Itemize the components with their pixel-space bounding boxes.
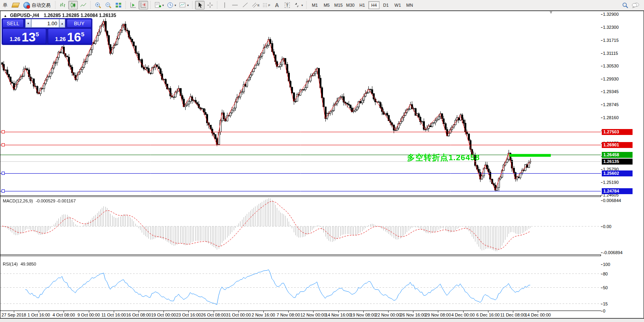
toolbar-grip xyxy=(54,1,57,9)
channel-icon xyxy=(252,2,257,8)
text-icon: A xyxy=(275,2,279,8)
toolbar-grip xyxy=(191,1,194,9)
line-chart-button[interactable] xyxy=(79,1,88,9)
price-line-label: 1.26901 xyxy=(602,142,633,148)
chat-button[interactable] xyxy=(631,1,641,9)
macd-name: MACD(12,26,9) xyxy=(3,198,33,203)
gold-bar-icon xyxy=(11,3,20,7)
text-button[interactable]: A xyxy=(272,1,282,9)
macd-panel[interactable]: MACD(12,26,9) -0.000529 -0.001167 xyxy=(0,197,601,255)
timeframe-button-d1[interactable]: D1 xyxy=(380,1,391,9)
chart-shift-icon xyxy=(140,2,146,8)
axis-tick-mark xyxy=(601,253,603,253)
toolbar-grip xyxy=(124,1,127,9)
price-chart-panel[interactable]: ▲ GBPUSD-,H4 1.26285 1.26285 1.26084 1.2… xyxy=(0,11,601,195)
bar-chart-button[interactable] xyxy=(58,1,68,9)
axis-tick-mark xyxy=(601,227,603,227)
timeframe-group: M1M5M15M30H1H4D1W1MN xyxy=(309,1,415,9)
arrows-button[interactable]: ▾ xyxy=(293,1,304,9)
volume-input[interactable] xyxy=(31,19,59,28)
chart-shift-button[interactable] xyxy=(139,1,148,9)
trendline-button[interactable] xyxy=(240,1,250,9)
time-tick-label: 26 Nov 16:00 xyxy=(400,313,426,317)
indicators-button[interactable]: ▾ xyxy=(153,1,165,9)
equidistant-channel-button[interactable]: E xyxy=(251,1,261,9)
axis-tick-mark xyxy=(601,14,603,15)
rsi-name: RSI(14) xyxy=(3,262,18,266)
time-tick-label: 11 Dec 08:00 xyxy=(500,313,526,317)
periods-button[interactable]: ▾ xyxy=(166,1,177,9)
chart-shift-marker-icon[interactable]: ▼ xyxy=(549,10,553,15)
price-line-label: 1.26458 xyxy=(602,152,633,158)
zoom-in-button[interactable] xyxy=(93,1,103,9)
time-tick-label: 12 Nov 00:00 xyxy=(300,313,326,317)
auto-trading-label: 自动交易 xyxy=(32,2,51,9)
buy-button[interactable]: BUY xyxy=(67,19,92,28)
toolbar-grip xyxy=(216,1,219,9)
volume-down-button[interactable]: ▼ xyxy=(25,19,31,28)
sell-price-box[interactable]: 1.26 13 5 xyxy=(2,28,46,44)
auto-scroll-icon xyxy=(130,2,136,8)
arrows-icon xyxy=(294,2,300,8)
time-tick-label: 4 Dec 00:00 xyxy=(451,313,475,317)
sell-price-sup: 5 xyxy=(36,31,39,37)
tile-windows-button[interactable] xyxy=(114,1,123,9)
rsi-canvas[interactable] xyxy=(0,256,601,311)
time-tick-label: 4 Oct 08:00 xyxy=(53,313,75,317)
crosshair-button[interactable] xyxy=(205,1,215,9)
sell-button[interactable]: SELL xyxy=(2,19,24,28)
axis-tick-mark xyxy=(601,53,603,54)
timeframe-button-h1[interactable]: H1 xyxy=(357,1,368,9)
trendline-icon xyxy=(242,2,248,8)
cursor-button[interactable] xyxy=(195,1,205,9)
sell-label: SELL xyxy=(7,21,19,26)
search-button[interactable] xyxy=(620,1,630,9)
panel-separator[interactable] xyxy=(0,195,644,196)
one-click-trading-panel: SELL ▼ ▲ BUY 1.26 13 5 1.26 16 5 xyxy=(2,18,92,45)
buy-price-prefix: 1.26 xyxy=(55,35,66,43)
auto-scroll-button[interactable] xyxy=(128,1,138,9)
timeframe-button-m15[interactable]: M15 xyxy=(333,1,344,9)
price-axis[interactable]: 1.329001.323001.317151.311151.305301.299… xyxy=(601,11,644,311)
axis-tick-mark xyxy=(601,169,603,170)
horizontal-line-button[interactable] xyxy=(230,1,240,9)
candlestick-chart-button[interactable] xyxy=(68,1,78,9)
text-label-icon: T xyxy=(285,2,290,8)
macd-canvas[interactable] xyxy=(0,197,601,255)
status-strip xyxy=(0,318,644,322)
timeframe-button-m1[interactable]: M1 xyxy=(309,1,320,9)
timeframe-button-h4[interactable]: H4 xyxy=(368,1,379,9)
auto-trading-button[interactable]: 自动交易 xyxy=(21,1,53,9)
templates-button[interactable]: ▾ xyxy=(178,1,190,9)
rsi-panel[interactable]: RSI(14) 49.9850 xyxy=(0,256,601,311)
fibonacci-button[interactable]: F xyxy=(261,1,271,9)
time-tick-label: 29 Nov 08:00 xyxy=(425,313,451,317)
timeframe-button-w1[interactable]: W1 xyxy=(392,1,403,9)
new-order-icon-button[interactable] xyxy=(11,1,20,9)
timeframe-button-mn[interactable]: MN xyxy=(404,1,415,9)
price-line-label: 1.24784 xyxy=(602,188,633,194)
text-label-button[interactable]: T xyxy=(282,1,292,9)
price-line-label: 1.27503 xyxy=(602,129,633,135)
price-tick-label: 1.29345 xyxy=(603,89,619,94)
tile-windows-icon xyxy=(115,2,122,8)
timeframe-button-m5[interactable]: M5 xyxy=(321,1,332,9)
time-tick-label: 31 Oct 00:00 xyxy=(226,313,251,317)
template-icon xyxy=(179,2,186,8)
zoom-out-button[interactable] xyxy=(103,1,113,9)
volume-up-button[interactable]: ▲ xyxy=(59,19,65,28)
panel-separator[interactable] xyxy=(0,255,644,255)
auto-trading-icon xyxy=(23,2,30,9)
fibonacci-glyph: F xyxy=(268,4,270,7)
channel-glyph: E xyxy=(257,4,259,7)
timeframe-button-m30[interactable]: M30 xyxy=(345,1,356,9)
vertical-line-button[interactable] xyxy=(220,1,229,9)
new-order-button[interactable]: 单 xyxy=(0,1,10,9)
axis-tick-mark xyxy=(601,27,603,28)
time-tick-label: 26 Oct 08:00 xyxy=(201,313,226,317)
buy-price-box[interactable]: 1.26 16 5 xyxy=(48,28,92,44)
clock-icon xyxy=(167,2,173,8)
price-tick-label: 1.25190 xyxy=(603,180,619,185)
time-axis[interactable]: 27 Sep 20181 Oct 16:004 Oct 08:009 Oct 0… xyxy=(0,311,601,318)
price-tick-label: 1.28160 xyxy=(603,115,619,120)
